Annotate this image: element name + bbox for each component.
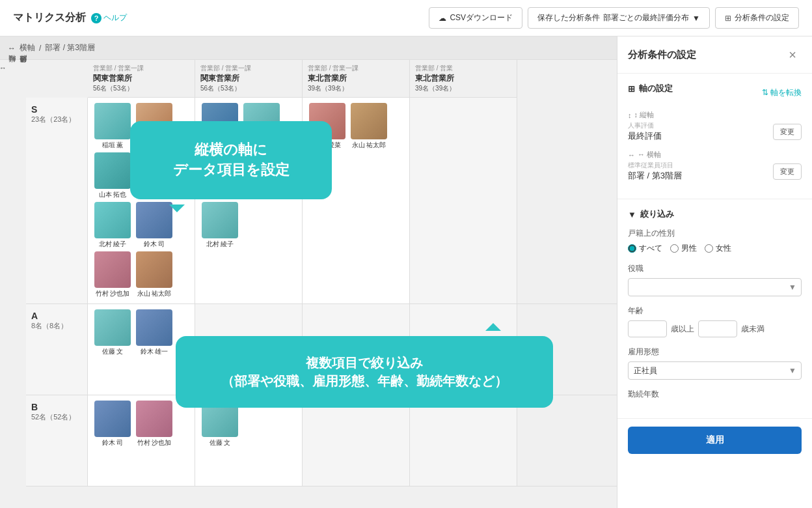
vertical-axis-label: ↕ ↕ 縦軸 [628, 110, 802, 120]
grid-icon-small: ⊞ [628, 84, 635, 94]
age-from-suffix: 歳以上 [671, 324, 694, 335]
avatar-item: 北村 綾子 [93, 202, 132, 249]
left-axis: ↕ 縦軸 最終評価 [0, 60, 26, 508]
avatar-img [136, 401, 172, 437]
avatar-img [94, 202, 131, 238]
gender-female-option[interactable]: 女性 [705, 243, 731, 254]
horizontal-axis-change-button[interactable]: 変更 [773, 163, 802, 180]
avatar-item: 鈴木 司 [135, 202, 174, 249]
header-left: マトリクス分析 ? ヘルプ [13, 11, 127, 25]
filter-section: ▼ 絞り込み 戸籍上の性別 すべて 男性 女性 [617, 199, 812, 419]
saved-conditions-button[interactable]: 保存した分析条件 部署ごとの最終評価分布 ▼ [528, 7, 710, 29]
cell-s-4 [410, 98, 517, 303]
vertical-axis-value: 最終評価 [628, 130, 662, 142]
avatar-item: 永山 祐太郎 [135, 251, 174, 298]
avatar-item: 永山 祐太郎 [349, 103, 388, 150]
col-header-1: 営業部 / 営業一課 関東営業所 56名（53名） [88, 60, 195, 98]
avatar-item: 佐藤 文 [93, 309, 132, 356]
panel-header: 分析条件の設定 × [617, 36, 812, 74]
row-header-b: B 52名（52名） [26, 395, 88, 486]
avatar-item: 稲垣 薫 [93, 103, 132, 150]
tenure-filter: 勤続年数 [628, 389, 802, 400]
avatars-grid-b1: 鈴木 司 竹村 沙也加 [93, 401, 189, 447]
avatar-img [94, 152, 131, 189]
avatar-item: 竹村 沙也加 [135, 401, 174, 447]
settings-button[interactable]: ⊞ 分析条件の設定 [715, 7, 799, 29]
grid-icon: ⊞ [725, 14, 731, 23]
col-header-2: 営業部 / 営業一課 関東営業所 56名（53名） [195, 60, 303, 98]
employment-select[interactable]: 正社員 [628, 361, 802, 380]
age-from-input[interactable] [628, 320, 667, 337]
gender-label: 戸籍上の性別 [628, 228, 802, 239]
matrix-area: ↔ 横軸 / 部署 / 第3階層 ↕ 縦軸 最終評価 営 [0, 36, 617, 508]
avatar-item: 北村 綾子 [200, 202, 239, 249]
position-select[interactable] [628, 278, 802, 296]
employment-label: 雇用形態 [628, 346, 802, 358]
axis-toggle-button[interactable]: ⇅ 軸を転換 [762, 87, 802, 98]
cell-b-1: 鈴木 司 竹村 沙也加 [88, 395, 195, 486]
axis-section-header: ⊞ 軸の設定 ⇅ 軸を転換 [628, 83, 802, 102]
right-panel: 分析条件の設定 × ⊞ 軸の設定 ⇅ 軸を転換 ↕ ↕ 縦軸 [617, 36, 812, 508]
gender-male-radio[interactable] [670, 244, 679, 253]
horizontal-arrow-icon-2: ↔ [628, 151, 635, 159]
age-label: 年齢 [628, 305, 802, 317]
axis-top-bar: ↔ 横軸 / 部署 / 第3階層 [0, 36, 617, 60]
vertical-axis-item: ↕ ↕ 縦軸 人事評価 最終評価 変更 [628, 110, 802, 142]
page-header: マトリクス分析 ? ヘルプ ☁ CSVダウンロード 保存した分析条件 部署ごとの… [0, 0, 812, 36]
row-header-s: S 23名（23名） [26, 98, 88, 303]
horizontal-arrow-icon: ↔ [8, 44, 16, 53]
help-link[interactable]: ? ヘルプ [91, 12, 127, 23]
saved-label: 保存した分析条件 [537, 12, 600, 23]
cloud-icon: ☁ [439, 14, 446, 23]
horizontal-axis-category: 標準従業員項目 [628, 161, 682, 170]
position-label: 役職 [628, 263, 802, 274]
avatar-img [136, 251, 172, 288]
vertical-axis-category: 人事評価 [628, 121, 662, 130]
saved-value: 部署ごとの最終評価分布 [603, 12, 689, 23]
help-label: ヘルプ [103, 12, 127, 23]
age-row: 歳以上 歳未満 [628, 320, 802, 337]
panel-close-button[interactable]: × [783, 46, 802, 64]
horizontal-axis-label: ↔ ↔ 横軸 [628, 150, 802, 160]
axis-top-separator: / [39, 44, 41, 53]
age-to-suffix: 歳未満 [741, 324, 765, 335]
column-headers: 営業部 / 営業一課 関東営業所 56名（53名） 営業部 / 営業一課 関東営… [26, 60, 617, 98]
apply-button[interactable]: 適用 [628, 427, 802, 454]
swap-icon: ⇅ [762, 88, 768, 97]
vertical-arrow-icon: ↕ [628, 111, 632, 119]
avatar-img [94, 401, 131, 437]
filter-icon: ▼ [628, 210, 636, 219]
position-filter: 役職 ▼ [628, 263, 802, 296]
avatar-img [202, 202, 238, 238]
avatar-img [94, 251, 131, 288]
cell-b-2: 佐藤 文 [195, 395, 303, 486]
horizontal-axis-value: 部署 / 第3階層 [628, 170, 682, 182]
age-filter: 年齢 歳以上 歳未満 [628, 305, 802, 337]
left-axis-label: ↕ 縦軸 最終評価 [0, 66, 28, 70]
avatar-img [94, 309, 131, 346]
csv-download-button[interactable]: ☁ CSVダウンロード [429, 7, 522, 29]
gender-all-option[interactable]: すべて [628, 243, 662, 254]
axis-top-label: 横軸 [20, 42, 35, 53]
gender-male-option[interactable]: 男性 [670, 243, 697, 254]
age-to-input[interactable] [698, 320, 737, 337]
avatar-item: 山本 拓也 [93, 152, 132, 199]
gender-female-radio[interactable] [705, 244, 713, 253]
vertical-axis-value-row: 人事評価 最終評価 変更 [628, 121, 802, 142]
axis-top-value: 部署 / 第3階層 [45, 42, 95, 53]
avatar-item: 竹村 沙也加 [93, 251, 132, 298]
bubble1-text: 縦横の軸にデータ項目を設定 [173, 140, 290, 180]
vertical-axis-change-button[interactable]: 変更 [773, 124, 802, 140]
gender-filter: 戸籍上の性別 すべて 男性 女性 [628, 228, 802, 254]
page-title: マトリクス分析 [13, 11, 86, 25]
axis-settings-section: ⊞ 軸の設定 ⇅ 軸を転換 ↕ ↕ 縦軸 人事評価 最終評価 [617, 74, 812, 199]
tenure-label: 勤続年数 [628, 389, 802, 400]
chevron-down-icon: ▼ [692, 14, 700, 23]
main-container: ↔ 横軸 / 部署 / 第3階層 ↕ 縦軸 最終評価 営 [0, 36, 812, 508]
gender-all-radio[interactable] [628, 244, 636, 253]
avatar-img [136, 202, 172, 238]
bubble2-text: 複数項目で絞り込み（部署や役職、雇用形態、年齢、勤続年数など） [221, 354, 508, 390]
col-header-3: 営業部 / 営業一課 東北営業所 39名（39名） [303, 60, 410, 98]
gender-radio-group: すべて 男性 女性 [628, 243, 802, 254]
avatar-item: 鈴木 司 [93, 401, 132, 447]
